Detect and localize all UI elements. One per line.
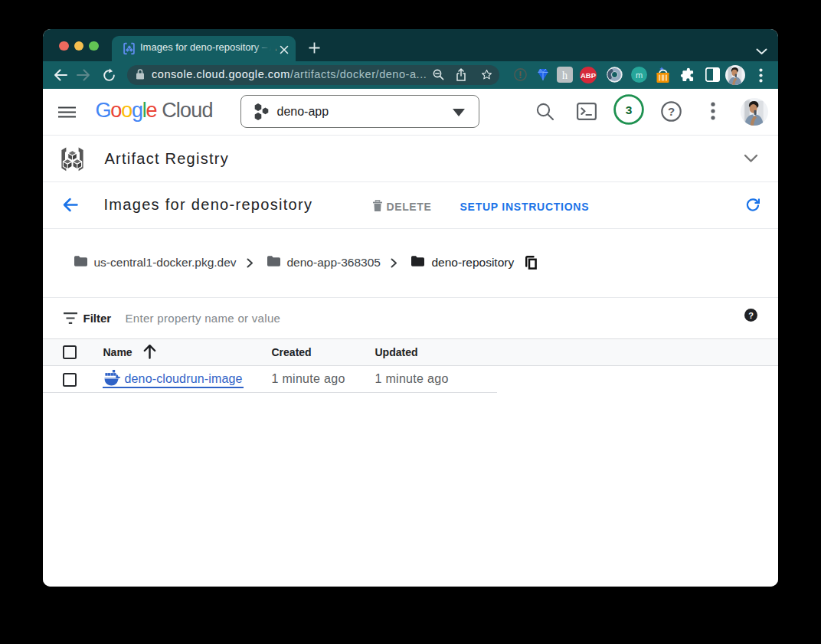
svg-text:m: m [635, 70, 642, 79]
svg-text:?: ? [667, 105, 674, 118]
svg-text:h: h [562, 69, 568, 80]
svg-text:?: ? [748, 310, 754, 319]
svg-text:3: 3 [626, 103, 633, 116]
svg-text:ABP: ABP [580, 70, 596, 79]
